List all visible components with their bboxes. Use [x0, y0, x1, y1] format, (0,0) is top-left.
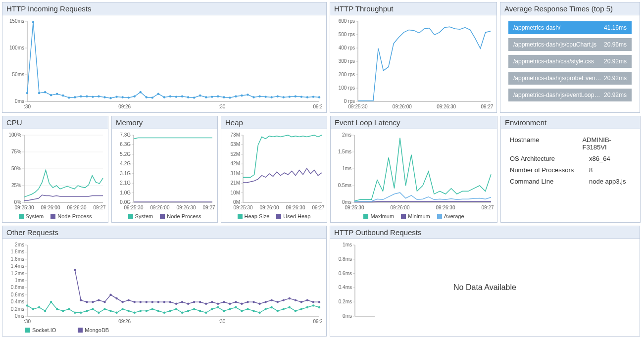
svg-text:09:25:30: 09:25:30 — [345, 205, 364, 210]
legend-minimum: Minimum — [408, 213, 430, 219]
avg-rt-list: /appmetrics-dash/41.16ms/appmetrics-dash… — [500, 15, 640, 112]
svg-text:1.4ms: 1.4ms — [11, 263, 24, 269]
svg-text:400 rps: 400 rps — [339, 45, 355, 50]
svg-text:0.0G: 0.0G — [120, 199, 131, 205]
svg-text:0.8ms: 0.8ms — [11, 285, 24, 290]
svg-text:09:25:30: 09:25:30 — [348, 104, 368, 109]
svg-text:09:27:00: 09:27:00 — [312, 205, 325, 210]
svg-text:09:27:00: 09:27:00 — [203, 205, 215, 210]
legend-system-2: System — [135, 213, 153, 219]
env-cmd-label: Command Line — [510, 178, 589, 185]
chart-cpu: 0%25%50%75%100%09:25:3009:26:0009:26:300… — [2, 129, 108, 222]
avg-rt-item: /appmetrics-dash/js/probeEventsChart.js2… — [508, 72, 632, 85]
svg-text:0M: 0M — [233, 199, 240, 205]
panel-title-memory: Memory — [112, 116, 217, 129]
legend-socketio: Socket.IO — [32, 327, 56, 333]
svg-text:1ms: 1ms — [342, 166, 351, 171]
env-body: Hostname ADMINIB-F3185VI OS Architecture… — [501, 129, 640, 222]
svg-text:300 rps: 300 rps — [339, 58, 355, 64]
svg-text:10M: 10M — [231, 190, 240, 195]
svg-text:09:27:00: 09:27:00 — [481, 104, 494, 109]
panel-title-throughput: HTTP Throughput — [330, 2, 496, 15]
legend-used-heap: Used Heap — [283, 213, 310, 219]
env-cmd-value: node app3.js — [589, 178, 626, 185]
legend-node-process-2: Node Process — [167, 213, 201, 219]
legend-mongodb: MongoDB — [85, 327, 109, 333]
svg-text:73M: 73M — [231, 132, 240, 138]
svg-text:09:27: 09:27 — [313, 319, 322, 324]
svg-text:0.6ms: 0.6ms — [11, 292, 24, 297]
svg-text:100ms: 100ms — [9, 45, 24, 50]
svg-text:09:26:30: 09:26:30 — [437, 104, 456, 109]
panel-title-other: Other Requests — [2, 226, 326, 239]
svg-text:09:26:00: 09:26:00 — [391, 205, 410, 210]
svg-text:50ms: 50ms — [12, 72, 24, 77]
svg-text:52M: 52M — [231, 151, 240, 157]
svg-text:09:26:30: 09:26:30 — [177, 205, 196, 210]
svg-text:1.6ms: 1.6ms — [11, 256, 24, 262]
chart-memory: 0.0G1.0G2.1G3.1G4.2G5.2G6.3G7.3G09:25:30… — [112, 129, 217, 222]
svg-text:2ms: 2ms — [15, 242, 24, 247]
chart-heap: 0M10M21M31M42M52M63M73M09:25:3009:26:000… — [221, 129, 327, 222]
svg-text:0.6ms: 0.6ms — [339, 271, 352, 276]
env-arch-label: OS Architecture — [510, 155, 589, 162]
chart-other: 0ms0.2ms0.4ms0.6ms0.8ms1ms1.2ms1.4ms1.6m… — [2, 239, 326, 336]
svg-text:2ms: 2ms — [342, 132, 351, 138]
svg-text:7.3G: 7.3G — [120, 132, 131, 138]
svg-text:09:26:00: 09:26:00 — [260, 205, 279, 210]
env-arch-value: x86_64 — [589, 155, 610, 162]
svg-text:600 rps: 600 rps — [339, 18, 355, 24]
panel-title-env: Environment — [501, 116, 640, 129]
svg-text:09:25:30: 09:25:30 — [124, 205, 144, 210]
svg-text:0.8ms: 0.8ms — [339, 256, 352, 262]
svg-text:42M: 42M — [231, 161, 240, 166]
svg-text:09:25:30: 09:25:30 — [234, 205, 253, 210]
chart-outbound: 0ms0.2ms0.4ms0.6ms0.8ms1ms No Data Avail… — [330, 239, 640, 336]
chart-eventloop: 0ms0.5ms1ms1.5ms2ms09:25:3009:26:0009:26… — [331, 129, 497, 222]
env-hostname-value: ADMINIB-F3185VI — [582, 136, 631, 151]
svg-text:50%: 50% — [11, 166, 21, 171]
svg-text:1.0G: 1.0G — [120, 190, 131, 195]
svg-text:3.1G: 3.1G — [120, 171, 131, 176]
svg-text:09:26:30: 09:26:30 — [286, 205, 305, 210]
svg-text:500 rps: 500 rps — [339, 32, 355, 37]
svg-text::30: :30 — [24, 104, 31, 109]
svg-text:75%: 75% — [11, 149, 21, 154]
avg-rt-item: /appmetrics-dash/js/eventLoopChart.js20.… — [508, 89, 632, 101]
panel-title-cpu: CPU — [2, 116, 108, 129]
svg-text:1.5ms: 1.5ms — [338, 149, 351, 154]
svg-text:0ms: 0ms — [15, 98, 24, 104]
chart-http-incoming: 0ms50ms100ms150ms:3009:26:3009:27 — [2, 15, 326, 112]
svg-text:09:27:00: 09:27:00 — [94, 205, 106, 210]
panel-title-eventloop: Event Loop Latency — [331, 116, 497, 129]
legend-node-process: Node Process — [57, 213, 92, 219]
svg-text:100 rps: 100 rps — [339, 85, 355, 91]
svg-text:09:27:00: 09:27:00 — [482, 205, 494, 210]
svg-text:1ms: 1ms — [343, 242, 352, 247]
panel-title-outbound: HTTP Outbound Requests — [330, 226, 640, 239]
legend-system: System — [26, 213, 44, 219]
avg-rt-item: /appmetrics-dash/41.16ms — [508, 21, 632, 34]
svg-text:0ms: 0ms — [342, 199, 351, 205]
svg-text:31M: 31M — [231, 171, 240, 176]
svg-text:2.1G: 2.1G — [120, 180, 131, 186]
env-procs-value: 8 — [589, 166, 593, 174]
svg-text:09:26:00: 09:26:00 — [150, 205, 170, 210]
svg-text:0.5ms: 0.5ms — [338, 183, 351, 188]
panel-title-heap: Heap — [221, 116, 327, 129]
env-procs-label: Number of Processors — [510, 166, 589, 174]
svg-text:150ms: 150ms — [9, 18, 24, 24]
legend-maximum: Maximum — [370, 213, 394, 219]
chart-throughput: 0 rps100 rps200 rps300 rps400 rps500 rps… — [330, 15, 496, 112]
svg-text:25%: 25% — [11, 183, 21, 188]
legend-average: Average — [444, 213, 464, 219]
svg-text:1ms: 1ms — [15, 278, 24, 283]
svg-text:0.4ms: 0.4ms — [11, 299, 24, 304]
avg-rt-item: /appmetrics-dash/js/cpuChart.js20.96ms — [508, 38, 632, 51]
svg-text:1.2ms: 1.2ms — [11, 271, 24, 276]
svg-text::30: :30 — [218, 319, 225, 324]
outbound-no-data: No Data Available — [453, 283, 516, 292]
svg-text:0ms: 0ms — [343, 313, 352, 319]
svg-text:0%: 0% — [14, 199, 22, 205]
legend-heap-size: Heap Size — [245, 213, 270, 219]
